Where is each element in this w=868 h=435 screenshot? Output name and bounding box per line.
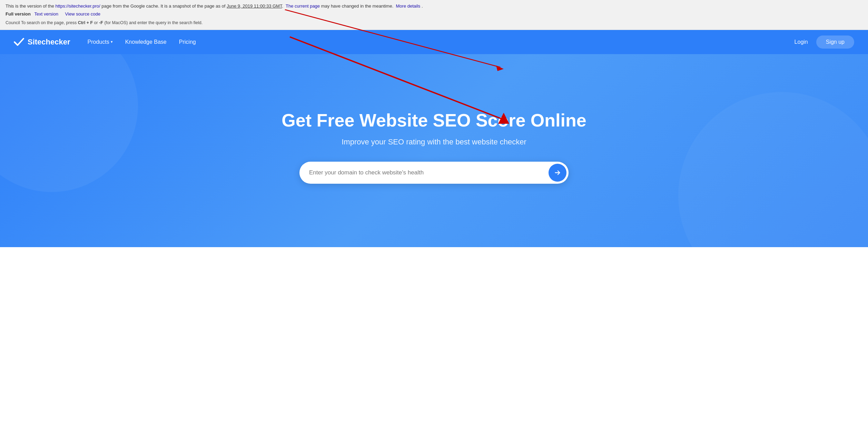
brand-logo[interactable]: Sitechecker: [14, 37, 70, 47]
chevron-down-icon: ▾: [111, 40, 113, 44]
view-source-link[interactable]: View source code: [65, 11, 100, 17]
current-page-link[interactable]: The current page: [286, 3, 320, 9]
site-url-link[interactable]: https://sitechecker.pro/: [56, 3, 100, 9]
nav-item-pricing[interactable]: Pricing: [179, 39, 196, 45]
tip-suffix: (for MacOS) and enter the query in the s…: [103, 20, 203, 25]
cache-end: may have changed in the meantime.: [320, 3, 393, 9]
hero-title: Get Free Website SEO Score Online: [282, 110, 586, 131]
nav-knowledge-label: Knowledge Base: [125, 39, 167, 45]
signup-button[interactable]: Sign up: [816, 36, 854, 49]
arrow-right-icon: [554, 169, 561, 176]
text-version-link[interactable]: Text version: [34, 11, 58, 17]
or-text: or: [93, 20, 99, 25]
login-link[interactable]: Login: [795, 39, 808, 45]
cache-middle: page from the Google cache. It is a snap…: [100, 3, 227, 9]
hero-subtitle: Improve your SEO rating with the best we…: [342, 138, 526, 146]
tip-text: Council To search on the page, press: [6, 20, 78, 25]
brand-icon: [14, 37, 24, 47]
search-button[interactable]: [549, 164, 566, 182]
search-bar: [299, 162, 569, 184]
search-input[interactable]: [309, 169, 549, 176]
full-version-label: Full version: [6, 11, 31, 17]
shortcut-f: -F: [99, 20, 103, 25]
cache-banner: This is the version of the https://sitec…: [0, 0, 868, 30]
nav-item-products[interactable]: Products ▾: [88, 39, 113, 45]
shortcut-ctrl-f: Ctrl + F: [78, 20, 93, 25]
snapshot-date: June 9, 2019 11:00:33 GMT: [227, 3, 282, 9]
nav-item-knowledge-base[interactable]: Knowledge Base: [125, 39, 167, 45]
nav-pricing-label: Pricing: [179, 39, 196, 45]
cache-prefix: This is the version of the: [6, 3, 56, 9]
hero-section: Get Free Website SEO Score Online Improv…: [0, 54, 868, 247]
brand-name: Sitechecker: [28, 38, 70, 47]
nav-products-label: Products: [88, 39, 109, 45]
more-details-link[interactable]: More details: [396, 3, 421, 9]
nav-links: Products ▾ Knowledge Base Pricing: [88, 39, 795, 45]
navbar: Sitechecker Products ▾ Knowledge Base Pr…: [0, 30, 868, 54]
nav-right: Login Sign up: [795, 36, 854, 49]
cache-dot: .: [282, 3, 283, 9]
